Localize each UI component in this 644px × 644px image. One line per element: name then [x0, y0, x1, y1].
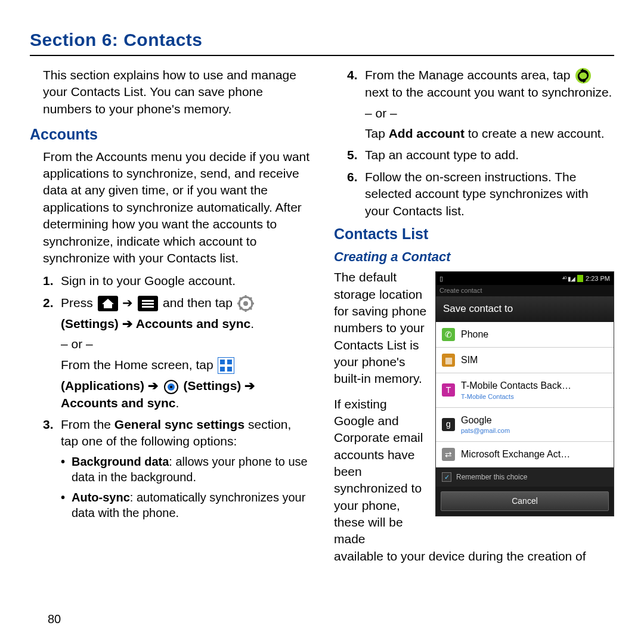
svg-point-23: [170, 386, 172, 388]
heading-creating-contact: Creating a Contact: [334, 248, 614, 266]
option-label: Phone: [461, 328, 488, 341]
svg-rect-3: [142, 300, 154, 302]
svg-rect-17: [220, 360, 225, 364]
option-sublabel: pats@gmail.com: [461, 426, 510, 435]
save-contact-options: ✆Phone▦SIMTT-Mobile Contacts Back…T-Mobi…: [436, 322, 614, 467]
option-icon: T: [442, 383, 455, 397]
menu-icon: [138, 296, 158, 311]
svg-rect-19: [220, 367, 225, 371]
option-label: Googlepats@gmail.com: [461, 414, 510, 435]
step-4-text-b: next to the account you want to synchron…: [365, 85, 612, 99]
step-2-bold-c: (Settings) ➔ Accounts and sync: [61, 317, 250, 330]
step-3-bold-b: General sync settings: [114, 417, 244, 431]
step-2-or: – or –: [61, 336, 310, 352]
option-icon: ▦: [442, 354, 455, 367]
step-2-text-b: and then tap: [163, 296, 236, 309]
cancel-button[interactable]: Cancel: [441, 491, 609, 511]
save-option[interactable]: gGooglepats@gmail.com: [436, 408, 614, 442]
section-title: Section 6: Contacts: [30, 30, 614, 56]
bullet-background-data: Background data: allows your phone to us…: [61, 454, 310, 485]
step-2-bold-f: (Applications) ➔: [61, 379, 162, 392]
bullet-auto-sync: Auto-sync: automatically synchronizes yo…: [61, 490, 310, 521]
step-2-text-h: .: [176, 396, 179, 410]
svg-rect-20: [227, 367, 232, 371]
save-option[interactable]: ✆Phone: [436, 322, 614, 348]
svg-rect-18: [227, 360, 232, 364]
statusbar-left-icon: ▯: [439, 274, 443, 283]
svg-rect-4: [142, 303, 154, 305]
option-label: Microsoft Exchange Act…: [461, 448, 570, 461]
home-icon: [98, 296, 118, 311]
option-icon: ⇄: [442, 448, 455, 461]
step-1: 1. Sign in to your Google account.: [43, 273, 310, 289]
step-2-text-d: .: [250, 317, 254, 330]
heading-accounts: Accounts: [30, 125, 310, 145]
step-3-text-a: From the: [61, 417, 114, 431]
step-2-text-e: From the Home screen, tap: [61, 358, 216, 371]
phone-breadcrumb: Create contact: [436, 285, 614, 296]
sync-icon: [575, 67, 592, 84]
left-column: This section explains how to use and man…: [30, 67, 310, 565]
step-4: 4. From the Manage accounts area, tap ne…: [347, 67, 614, 142]
step-2-text-a: Press: [61, 296, 97, 309]
save-option[interactable]: TT-Mobile Contacts Back…T-Mobile Contact…: [436, 373, 614, 407]
accounts-paragraph: From the Accounts menu you decide if you…: [43, 148, 310, 267]
signal-icon: ⁴ᴳ ▮◢: [562, 275, 575, 283]
intro-text: This section explains how to use and man…: [43, 67, 310, 117]
save-option[interactable]: ⇄Microsoft Exchange Act…: [436, 442, 614, 467]
option-icon: ✆: [442, 328, 455, 341]
gear-icon: [237, 295, 254, 312]
step-4-or: – or –: [365, 105, 614, 122]
remember-checkbox-icon[interactable]: ✓: [442, 472, 451, 482]
page-number: 80: [48, 612, 61, 626]
phone-statusbar: ▯ ⁴ᴳ ▮◢ 2:23 PM: [436, 272, 614, 285]
creating-para-3: available to your device during the crea…: [334, 548, 614, 565]
option-sublabel: T-Mobile Contacts: [461, 392, 571, 401]
step-4-text-a: From the Manage accounts area, tap: [365, 68, 574, 82]
step-6: 6. Follow the on-screen instructions. Th…: [347, 169, 614, 219]
save-option[interactable]: ▦SIM: [436, 348, 614, 373]
statusbar-time: 2:23 PM: [586, 274, 610, 283]
right-column: 4. From the Manage accounts area, tap ne…: [334, 67, 614, 565]
option-icon: g: [442, 418, 455, 431]
step-5-text: Tap an account type to add.: [365, 147, 614, 163]
option-label: T-Mobile Contacts Back…T-Mobile Contacts: [461, 379, 571, 401]
step-4-text-e: to create a new account.: [465, 126, 605, 140]
step-2: 2. Press ➔ and then tap (Set: [43, 295, 310, 411]
arrow-1: ➔: [122, 296, 137, 309]
settings-target-icon: [163, 379, 179, 395]
svg-point-7: [243, 301, 248, 306]
option-label: SIM: [461, 354, 478, 367]
phone-screenshot: ▯ ⁴ᴳ ▮◢ 2:23 PM Create contact Save cont…: [435, 271, 614, 516]
step-4-bold-d: Add account: [389, 126, 465, 140]
step-5: 5. Tap an account type to add.: [347, 147, 614, 163]
dialog-title: Save contact to: [436, 296, 614, 322]
battery-icon: [577, 275, 583, 282]
step-1-text: Sign in to your Google account.: [61, 273, 310, 289]
remember-label: Remember this choice: [456, 472, 527, 482]
heading-contacts-list: Contacts List: [334, 224, 614, 244]
remember-choice-row[interactable]: ✓ Remember this choice: [436, 467, 614, 487]
step-3: 3. From the General sync settings sectio…: [43, 416, 310, 525]
apps-grid-icon: [218, 357, 234, 374]
step-4-text-c: Tap: [365, 126, 389, 140]
step-6-text: Follow the on-screen instructions. The s…: [365, 169, 614, 219]
svg-rect-5: [142, 306, 154, 308]
